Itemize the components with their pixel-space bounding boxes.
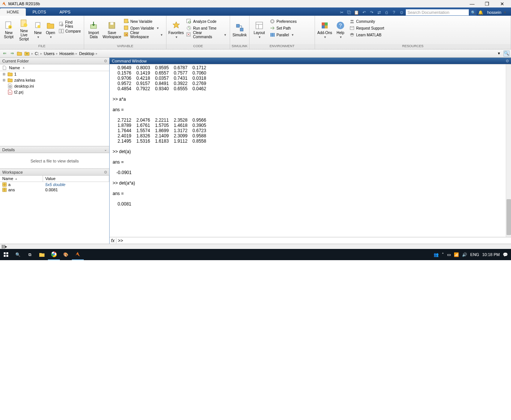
new-script-button[interactable]: + New Script [1, 16, 16, 43]
clock[interactable]: 10:18 PM [482, 252, 500, 257]
expand-icon[interactable]: ⊞ [2, 72, 6, 76]
wifi-icon[interactable]: 📶 [454, 252, 459, 257]
var-icon [2, 188, 7, 192]
save-workspace-button[interactable]: Save Workspace [102, 16, 122, 43]
task-view-button[interactable]: ⧉ [24, 249, 36, 260]
switch-icon[interactable]: ⇄ [376, 9, 382, 16]
fx-icon[interactable]: fx [110, 238, 116, 243]
ini-file-icon [7, 83, 13, 89]
battery-icon[interactable]: ▭ [447, 252, 451, 257]
cut-icon[interactable]: ✂ [338, 9, 345, 16]
cf-menu-icon[interactable]: ⊙ [104, 59, 107, 63]
cf-item-desktop-ini[interactable]: desktop.ini [0, 83, 109, 89]
back-button[interactable]: ⇐ [1, 51, 7, 57]
tab-home[interactable]: HOME [0, 8, 26, 16]
clear-workspace-button[interactable]: Clear Workspace▼ [122, 31, 165, 38]
undo-icon[interactable]: ↶ [361, 9, 367, 16]
command-window-header[interactable]: Command Window⊙ [110, 58, 511, 64]
close-button[interactable]: ✕ [495, 1, 510, 7]
copy-icon[interactable]: ⿻ [346, 9, 352, 16]
current-folder-header[interactable]: Current Folder⊙ [0, 58, 109, 64]
community-button[interactable]: Community [348, 18, 386, 25]
cmd-menu-icon[interactable]: ⊙ [506, 59, 509, 63]
parallel-button[interactable]: Parallel▼ [268, 31, 298, 38]
new-live-script-button[interactable]: New Live Script [17, 16, 31, 43]
forward-button[interactable]: ⇒ [9, 51, 15, 57]
path-users[interactable]: Users [44, 51, 55, 56]
cf-name-header[interactable]: Name ▲ [0, 64, 109, 71]
new-variable-button[interactable]: + New Variable [122, 18, 165, 25]
ws-menu-icon[interactable]: ⊙ [104, 170, 107, 174]
cf-item-t2-prj[interactable]: fx t2.prj [0, 89, 109, 95]
analyze-code-button[interactable]: Analyze Code [185, 18, 228, 25]
paint-taskbar[interactable]: 🎨 [60, 249, 72, 260]
addons-button[interactable]: Add-Ons▼ [316, 16, 333, 43]
search-doc-input[interactable]: Search Documentation [406, 9, 469, 16]
cf-item-folder-1[interactable]: ⊞ 1 [0, 71, 109, 77]
svg-point-39 [352, 20, 354, 21]
help-q-icon[interactable]: ? [391, 9, 397, 16]
favorites-button[interactable]: Favorites▼ [168, 16, 184, 43]
up-folder-button[interactable] [24, 51, 30, 57]
chrome-taskbar[interactable] [48, 249, 60, 260]
command-prompt[interactable]: >> [116, 238, 123, 243]
folder-icon[interactable] [16, 51, 22, 57]
section-variable-label: VARIABLE [84, 44, 166, 49]
set-path-button[interactable]: Set Path [268, 25, 298, 31]
simulink-button[interactable]: Simulink [232, 16, 248, 43]
new-button[interactable]: New▼ [32, 16, 44, 43]
language-indicator[interactable]: ENG [470, 252, 479, 257]
workspace-panel: Workspace⊙ Name ▲ Value a 5x5 double ans… [0, 168, 109, 244]
user-menu[interactable]: hossein▼ [485, 10, 509, 15]
clear-commands-button[interactable]: Clear Commands▼ [185, 31, 228, 38]
help-button[interactable]: ? Help▼ [334, 16, 347, 43]
details-header[interactable]: Details⌄ [0, 146, 109, 153]
minimize-button[interactable]: — [465, 1, 480, 7]
path-search-button[interactable]: 🔍 [504, 51, 510, 57]
expand-icon[interactable]: ⊞ [2, 78, 6, 82]
status-bar: ||||▸ [0, 244, 511, 249]
redo-icon[interactable]: ↷ [368, 9, 375, 16]
command-input-bar[interactable]: fx >> [110, 237, 511, 244]
notification-icon[interactable]: 🔔 [477, 9, 484, 16]
path-drive[interactable]: C: [35, 51, 39, 56]
layout-button[interactable]: Layout▼ [251, 16, 267, 43]
learn-matlab-button[interactable]: Learn MATLAB [348, 31, 386, 38]
path-desktop[interactable]: Desktop [79, 51, 94, 56]
minimize-ribbon-icon[interactable]: ⊙ [398, 9, 405, 16]
svg-text:fx: fx [9, 91, 11, 94]
maximize-button[interactable]: ❐ [480, 1, 495, 7]
path-dropdown[interactable]: ▾ [496, 51, 502, 57]
tab-apps[interactable]: APPS [53, 8, 77, 16]
find-files-button[interactable]: Find Files [57, 21, 82, 28]
command-window-body[interactable]: 0.9649 0.8003 0.9595 0.6787 0.1712 0.157… [110, 64, 511, 237]
cmd-scrollbar[interactable] [506, 64, 511, 237]
search-taskbar-button[interactable]: 🔍 [12, 249, 24, 260]
search-button[interactable]: 🔍 [470, 9, 477, 16]
find-files-icon [59, 22, 64, 27]
import-data-button[interactable]: Import Data [86, 16, 102, 43]
compare-button[interactable]: Compare [57, 28, 82, 34]
notification-center-icon[interactable]: 💬 [503, 252, 508, 257]
open-button[interactable]: Open▼ [45, 16, 56, 43]
paste-icon[interactable]: 📋 [353, 9, 360, 16]
tray-up-icon[interactable]: ˄ [442, 252, 444, 257]
file-explorer-taskbar[interactable] [36, 249, 48, 260]
request-support-button[interactable]: Request Support [348, 25, 386, 31]
volume-icon[interactable]: 🔊 [462, 252, 467, 257]
print-icon[interactable]: ⎙ [383, 9, 390, 16]
workspace-header[interactable]: Workspace⊙ [0, 169, 109, 176]
support-icon [349, 25, 355, 31]
people-icon[interactable]: 👥 [434, 252, 439, 257]
new-live-script-icon [19, 19, 28, 28]
matlab-taskbar[interactable] [72, 249, 84, 260]
ws-columns[interactable]: Name ▲ Value [0, 176, 109, 182]
path-hossein[interactable]: Hossein [59, 51, 74, 56]
ws-row-a[interactable]: a 5x5 double [0, 182, 109, 187]
start-button[interactable] [0, 249, 12, 260]
cf-item-folder-zahra[interactable]: ⊞ zahra kelas [0, 77, 109, 83]
details-collapse-icon[interactable]: ⌄ [104, 147, 107, 152]
preferences-button[interactable]: Preferences [268, 18, 298, 25]
tab-plots[interactable]: PLOTS [26, 8, 53, 16]
ws-row-ans[interactable]: ans 0.0081 [0, 187, 109, 192]
